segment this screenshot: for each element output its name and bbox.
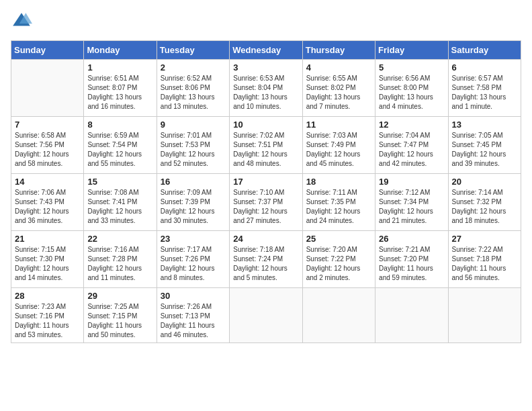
day-info: Sunrise: 7:15 AM Sunset: 7:30 PM Dayligh… bbox=[15, 245, 80, 283]
day-number: 16 bbox=[161, 177, 226, 187]
logo-icon bbox=[11, 11, 32, 32]
day-info: Sunrise: 6:53 AM Sunset: 8:04 PM Dayligh… bbox=[233, 74, 298, 111]
calendar-cell: 7Sunrise: 6:58 AM Sunset: 7:56 PM Daylig… bbox=[11, 117, 84, 174]
day-info: Sunrise: 7:06 AM Sunset: 7:43 PM Dayligh… bbox=[15, 188, 80, 226]
calendar-cell: 27Sunrise: 7:22 AM Sunset: 7:18 PM Dayli… bbox=[448, 231, 521, 288]
calendar-cell: 9Sunrise: 7:01 AM Sunset: 7:53 PM Daylig… bbox=[157, 117, 229, 174]
day-info: Sunrise: 7:26 AM Sunset: 7:13 PM Dayligh… bbox=[161, 302, 226, 340]
calendar-cell: 26Sunrise: 7:21 AM Sunset: 7:20 PM Dayli… bbox=[375, 231, 448, 288]
day-number: 28 bbox=[15, 291, 80, 301]
calendar-cell bbox=[448, 288, 521, 343]
calendar-cell: 12Sunrise: 7:04 AM Sunset: 7:47 PM Dayli… bbox=[375, 117, 448, 174]
day-number: 17 bbox=[233, 177, 298, 187]
calendar-cell: 1Sunrise: 6:51 AM Sunset: 8:07 PM Daylig… bbox=[84, 60, 157, 117]
day-number: 1 bbox=[87, 62, 152, 73]
day-number: 12 bbox=[379, 120, 444, 130]
calendar-cell bbox=[375, 288, 448, 343]
day-info: Sunrise: 6:59 AM Sunset: 7:54 PM Dayligh… bbox=[87, 131, 152, 169]
day-number: 8 bbox=[87, 120, 152, 130]
day-number: 14 bbox=[15, 177, 80, 187]
day-info: Sunrise: 6:58 AM Sunset: 7:56 PM Dayligh… bbox=[15, 131, 80, 169]
day-info: Sunrise: 7:11 AM Sunset: 7:35 PM Dayligh… bbox=[306, 188, 371, 226]
calendar-cell: 10Sunrise: 7:02 AM Sunset: 7:51 PM Dayli… bbox=[230, 117, 302, 174]
calendar-cell: 3Sunrise: 6:53 AM Sunset: 8:04 PM Daylig… bbox=[230, 60, 302, 117]
calendar-cell: 24Sunrise: 7:18 AM Sunset: 7:24 PM Dayli… bbox=[230, 231, 302, 288]
day-info: Sunrise: 7:20 AM Sunset: 7:22 PM Dayligh… bbox=[306, 245, 371, 283]
day-number: 30 bbox=[161, 291, 226, 301]
calendar-cell: 11Sunrise: 7:03 AM Sunset: 7:49 PM Dayli… bbox=[302, 117, 375, 174]
day-number: 22 bbox=[87, 234, 152, 244]
day-number: 2 bbox=[161, 62, 226, 73]
calendar-cell: 23Sunrise: 7:17 AM Sunset: 7:26 PM Dayli… bbox=[157, 231, 229, 288]
calendar-header-saturday: Saturday bbox=[448, 41, 521, 60]
calendar-cell: 18Sunrise: 7:11 AM Sunset: 7:35 PM Dayli… bbox=[302, 174, 375, 231]
day-number: 20 bbox=[452, 177, 517, 187]
calendar-cell: 4Sunrise: 6:55 AM Sunset: 8:02 PM Daylig… bbox=[302, 60, 375, 117]
day-number: 10 bbox=[233, 120, 298, 130]
calendar-cell: 22Sunrise: 7:16 AM Sunset: 7:28 PM Dayli… bbox=[84, 231, 157, 288]
day-info: Sunrise: 6:52 AM Sunset: 8:06 PM Dayligh… bbox=[161, 74, 226, 111]
day-number: 13 bbox=[452, 120, 517, 130]
calendar-week-row: 1Sunrise: 6:51 AM Sunset: 8:07 PM Daylig… bbox=[11, 60, 521, 117]
calendar-cell: 2Sunrise: 6:52 AM Sunset: 8:06 PM Daylig… bbox=[157, 60, 229, 117]
page-header bbox=[11, 11, 521, 32]
calendar-cell: 29Sunrise: 7:25 AM Sunset: 7:15 PM Dayli… bbox=[84, 288, 157, 343]
day-number: 27 bbox=[452, 234, 517, 244]
calendar-cell: 21Sunrise: 7:15 AM Sunset: 7:30 PM Dayli… bbox=[11, 231, 84, 288]
logo bbox=[11, 11, 34, 32]
day-info: Sunrise: 7:16 AM Sunset: 7:28 PM Dayligh… bbox=[87, 245, 152, 283]
calendar-header-row: SundayMondayTuesdayWednesdayThursdayFrid… bbox=[11, 41, 521, 60]
day-info: Sunrise: 7:10 AM Sunset: 7:37 PM Dayligh… bbox=[233, 188, 298, 226]
calendar-cell bbox=[11, 60, 84, 117]
day-number: 18 bbox=[306, 177, 371, 187]
calendar-week-row: 14Sunrise: 7:06 AM Sunset: 7:43 PM Dayli… bbox=[11, 174, 521, 231]
day-info: Sunrise: 7:02 AM Sunset: 7:51 PM Dayligh… bbox=[233, 131, 298, 169]
calendar-cell: 17Sunrise: 7:10 AM Sunset: 7:37 PM Dayli… bbox=[230, 174, 302, 231]
day-info: Sunrise: 7:22 AM Sunset: 7:18 PM Dayligh… bbox=[452, 245, 517, 283]
day-info: Sunrise: 7:25 AM Sunset: 7:15 PM Dayligh… bbox=[87, 302, 152, 340]
day-number: 15 bbox=[87, 177, 152, 187]
day-info: Sunrise: 7:09 AM Sunset: 7:39 PM Dayligh… bbox=[161, 188, 226, 226]
calendar-cell: 30Sunrise: 7:26 AM Sunset: 7:13 PM Dayli… bbox=[157, 288, 229, 343]
calendar-cell: 13Sunrise: 7:05 AM Sunset: 7:45 PM Dayli… bbox=[448, 117, 521, 174]
calendar-cell: 8Sunrise: 6:59 AM Sunset: 7:54 PM Daylig… bbox=[84, 117, 157, 174]
day-info: Sunrise: 7:21 AM Sunset: 7:20 PM Dayligh… bbox=[379, 245, 444, 283]
day-info: Sunrise: 7:05 AM Sunset: 7:45 PM Dayligh… bbox=[452, 131, 517, 169]
day-info: Sunrise: 7:04 AM Sunset: 7:47 PM Dayligh… bbox=[379, 131, 444, 169]
day-info: Sunrise: 6:55 AM Sunset: 8:02 PM Dayligh… bbox=[306, 74, 371, 111]
calendar-week-row: 28Sunrise: 7:23 AM Sunset: 7:16 PM Dayli… bbox=[11, 288, 521, 343]
day-number: 7 bbox=[15, 120, 80, 130]
calendar-cell: 28Sunrise: 7:23 AM Sunset: 7:16 PM Dayli… bbox=[11, 288, 84, 343]
calendar-table: SundayMondayTuesdayWednesdayThursdayFrid… bbox=[11, 40, 521, 343]
calendar-header-sunday: Sunday bbox=[11, 41, 84, 60]
calendar-cell: 6Sunrise: 6:57 AM Sunset: 7:58 PM Daylig… bbox=[448, 60, 521, 117]
day-number: 23 bbox=[161, 234, 226, 244]
day-number: 9 bbox=[161, 120, 226, 130]
day-number: 21 bbox=[15, 234, 80, 244]
calendar-week-row: 21Sunrise: 7:15 AM Sunset: 7:30 PM Dayli… bbox=[11, 231, 521, 288]
day-number: 26 bbox=[379, 234, 444, 244]
calendar-cell: 14Sunrise: 7:06 AM Sunset: 7:43 PM Dayli… bbox=[11, 174, 84, 231]
day-info: Sunrise: 7:01 AM Sunset: 7:53 PM Dayligh… bbox=[161, 131, 226, 169]
calendar-cell bbox=[302, 288, 375, 343]
day-number: 19 bbox=[379, 177, 444, 187]
day-number: 4 bbox=[306, 62, 371, 73]
calendar-header-monday: Monday bbox=[84, 41, 157, 60]
day-info: Sunrise: 7:08 AM Sunset: 7:41 PM Dayligh… bbox=[87, 188, 152, 226]
calendar-header-tuesday: Tuesday bbox=[157, 41, 229, 60]
day-info: Sunrise: 7:18 AM Sunset: 7:24 PM Dayligh… bbox=[233, 245, 298, 283]
calendar-header-friday: Friday bbox=[375, 41, 448, 60]
day-info: Sunrise: 7:23 AM Sunset: 7:16 PM Dayligh… bbox=[15, 302, 80, 340]
day-number: 3 bbox=[233, 62, 298, 73]
calendar-header-wednesday: Wednesday bbox=[230, 41, 302, 60]
day-info: Sunrise: 6:57 AM Sunset: 7:58 PM Dayligh… bbox=[452, 74, 517, 111]
calendar-cell bbox=[230, 288, 302, 343]
day-number: 11 bbox=[306, 120, 371, 130]
calendar-cell: 20Sunrise: 7:14 AM Sunset: 7:32 PM Dayli… bbox=[448, 174, 521, 231]
day-info: Sunrise: 7:03 AM Sunset: 7:49 PM Dayligh… bbox=[306, 131, 371, 169]
calendar-cell: 5Sunrise: 6:56 AM Sunset: 8:00 PM Daylig… bbox=[375, 60, 448, 117]
calendar-header-thursday: Thursday bbox=[302, 41, 375, 60]
calendar-week-row: 7Sunrise: 6:58 AM Sunset: 7:56 PM Daylig… bbox=[11, 117, 521, 174]
calendar-cell: 19Sunrise: 7:12 AM Sunset: 7:34 PM Dayli… bbox=[375, 174, 448, 231]
day-info: Sunrise: 7:17 AM Sunset: 7:26 PM Dayligh… bbox=[161, 245, 226, 283]
